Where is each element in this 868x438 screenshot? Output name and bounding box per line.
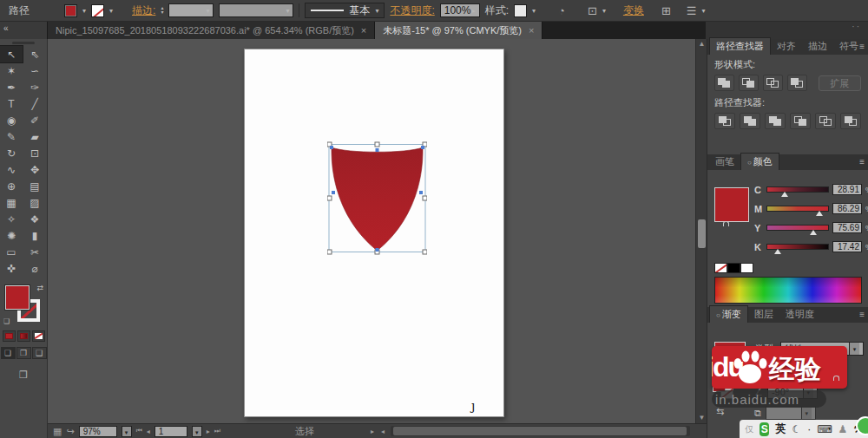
fill-color-swatch[interactable] [64,4,77,17]
exclude-button[interactable] [787,75,807,91]
stroke-width-field[interactable]: ▾ [168,3,214,17]
opacity-link[interactable]: 不透明度: [390,3,434,18]
pen-tool[interactable]: ✒ [0,79,23,95]
stroke-panel-link[interactable]: 描边: [132,3,155,18]
merge-button[interactable] [765,113,786,129]
black-value-field[interactable]: 17.42 [832,241,862,252]
stroke-color-swatch[interactable] [91,4,104,17]
align-options-icon[interactable]: ☰ [687,4,697,17]
style-dropdown-icon[interactable]: ▾ [532,7,536,15]
stroke-dropdown-icon[interactable]: ▾ [109,7,113,15]
bounding-box-icon[interactable]: ⊞ [661,4,671,17]
rotate-tool[interactable]: ↻ [0,145,23,161]
none-swatch[interactable] [714,263,727,273]
canvas-area[interactable]: ȷ [48,39,695,423]
magic-wand-tool[interactable]: ✶ [0,62,23,79]
slice-tool[interactable]: ✂ [23,244,46,260]
zoom-dropdown-icon[interactable]: ▾ [122,426,132,437]
gradient-tool[interactable]: ▨ [23,194,46,211]
document-tab-2-close-icon[interactable]: × [529,25,534,36]
export-icon[interactable]: ↪ [66,426,74,437]
width-tool[interactable]: ∿ [0,161,23,178]
column-graph-tool[interactable]: ▮ [23,227,46,244]
document-tab-1-close-icon[interactable]: × [361,25,366,36]
align-dropdown-icon[interactable]: ▾ [701,7,705,15]
trim-button[interactable] [740,113,760,129]
black-swatch[interactable] [727,263,740,273]
artboard-dropdown-icon[interactable]: ▾ [192,426,202,437]
style-swatch[interactable] [514,4,527,17]
line-segment-tool[interactable]: ╱ [23,95,46,112]
type-tool[interactable]: T [0,95,23,112]
black-slider[interactable] [766,244,829,250]
vertical-scrollbar-thumb[interactable] [698,219,706,248]
tab-transparency[interactable]: 透明度 [779,306,820,323]
yellow-slider-thumb[interactable] [810,230,817,235]
draw-normal-button[interactable]: ❏ [1,347,16,359]
draw-inside-button[interactable]: ❑ [32,347,47,359]
last-artboard-icon[interactable]: ⏭ [214,427,220,435]
toolbar-fill-swatch[interactable] [5,285,30,310]
zoom-tool[interactable]: ⌀ [23,260,46,277]
width-profile-dropdown[interactable]: ▾ [219,3,293,17]
dock-collapse-button[interactable]: ·· [706,22,868,39]
selected-shield-shape[interactable] [327,141,427,258]
horizontal-scrollbar-thumb[interactable] [393,427,687,435]
tab-gradient[interactable]: ○渐变 [709,305,748,323]
selection-tool[interactable]: ↖ [0,46,23,62]
mesh-tool[interactable]: ▦ [0,194,23,211]
divide-button[interactable] [714,113,735,129]
minus-back-button[interactable] [840,113,861,129]
ink-pen-tool[interactable]: ✑ [23,79,46,95]
swap-fill-stroke-icon[interactable]: ⇄ [36,284,43,292]
eraser-tool[interactable]: ▰ [23,128,46,145]
gradient-panel-menu-icon[interactable]: ≡ [859,310,865,319]
first-artboard-icon[interactable]: ⏮ [136,427,142,435]
horizontal-scrollbar[interactable] [391,426,690,436]
prev-artboard-icon[interactable]: ◂ [147,428,150,435]
cyan-value-field[interactable]: 28.91 [832,184,862,195]
hscroll-left-icon[interactable]: ◂ [381,428,385,435]
intersect-button[interactable] [763,75,783,91]
toolbar-grip[interactable] [12,42,35,44]
unite-button[interactable] [714,75,734,91]
keyboard-icon[interactable]: ⌨ [817,423,832,435]
draw-behind-button[interactable]: ❐ [16,347,31,359]
tab-color[interactable]: ○颜色 [740,153,779,170]
magenta-slider[interactable] [766,206,829,212]
gradient-mode-button[interactable] [17,330,30,342]
zoom-level-field[interactable]: 97% [79,426,117,437]
crop-button[interactable] [790,113,811,129]
color-mode-button[interactable] [3,330,16,342]
lasso-tool[interactable]: ∽ [23,62,46,79]
document-tab-1[interactable]: Nipic_15097685_20180518093222687036.ai* … [48,22,375,39]
default-fill-stroke-icon[interactable]: ❏ [3,317,10,325]
artboard-number-field[interactable]: 1 [155,426,187,437]
cyan-slider-thumb[interactable] [781,192,788,197]
yellow-slider[interactable] [766,225,829,231]
tab-layers[interactable]: 图层 [748,306,779,323]
hscroll-right-icon[interactable]: ▸ [371,428,374,435]
select-similar-icon[interactable]: ⊡ [588,4,597,17]
black-slider-thumb[interactable] [774,249,781,254]
document-tab-2[interactable]: 未标题-15* @ 97% (CMYK/预览) × [375,22,542,39]
current-color-swatch[interactable] [714,187,749,222]
tab-brushes[interactable]: 画笔 [709,154,740,170]
symbol-sprayer-tool[interactable]: ✺ [0,227,23,244]
shape-builder-tool[interactable]: ⊕ [0,178,23,194]
toolbar-collapse-button[interactable]: « [0,22,48,39]
tab-stroke[interactable]: 描边 [802,38,833,55]
transform-link[interactable]: 变换 [623,3,644,18]
pathfinder-panel-menu-icon[interactable]: ≡ [859,42,865,51]
direct-selection-tool[interactable]: ⇖ [23,46,46,62]
eyedropper-tool[interactable]: ✧ [0,211,23,227]
color-panel-menu-icon[interactable]: ≡ [859,157,865,167]
cyan-slider[interactable] [766,186,829,193]
magenta-slider-thumb[interactable] [816,211,823,216]
select-similar-dropdown-icon[interactable]: ▾ [602,7,606,15]
free-transform-tool[interactable]: ⊡ [23,145,46,161]
sogou-logo-icon[interactable]: S [760,422,769,436]
fill-dropdown-icon[interactable]: ▾ [82,7,86,15]
artboard-nav-icon[interactable]: ▦ [53,426,62,437]
magenta-value-field[interactable]: 86.29 [832,203,862,214]
